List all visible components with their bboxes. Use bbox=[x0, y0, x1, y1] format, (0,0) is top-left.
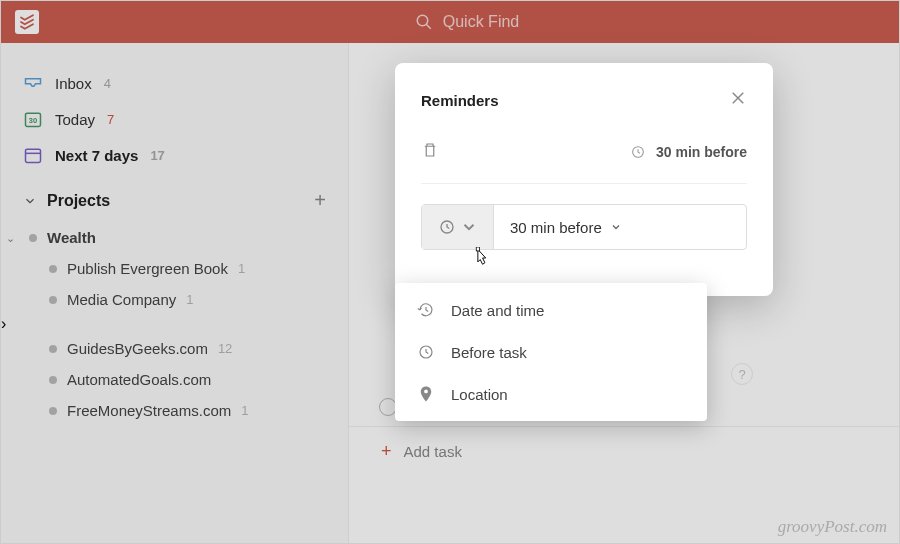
reminder-type-dropdown: Date and time Before task Location bbox=[395, 283, 707, 421]
nav-count: 17 bbox=[150, 148, 164, 163]
nav-next7[interactable]: Next 7 days 17 bbox=[1, 137, 348, 173]
inbox-icon bbox=[23, 73, 43, 93]
project-dot-icon bbox=[49, 265, 57, 273]
project-label: GuidesByGeeks.com bbox=[67, 340, 208, 357]
project-count: 1 bbox=[186, 292, 193, 307]
project-item[interactable]: AutomatedGoals.com bbox=[1, 364, 348, 395]
projects-label: Projects bbox=[47, 192, 110, 210]
chevron-right-icon[interactable]: › bbox=[1, 315, 6, 332]
project-item[interactable]: Publish Evergreen Book 1 bbox=[1, 253, 348, 284]
svg-line-1 bbox=[426, 24, 431, 29]
reminder-picker[interactable]: 30 min before bbox=[421, 204, 747, 250]
reminder-time-select[interactable]: 30 min before bbox=[494, 219, 746, 236]
reminders-modal: Reminders 30 min before 30 min before ? bbox=[395, 63, 773, 296]
help-icon: ? bbox=[738, 367, 745, 382]
calendar-icon bbox=[23, 145, 43, 165]
project-count: 1 bbox=[241, 403, 248, 418]
nav-count: 7 bbox=[107, 112, 114, 127]
svg-rect-4 bbox=[26, 149, 41, 162]
dropdown-label: Date and time bbox=[451, 302, 544, 319]
add-project-button[interactable]: + bbox=[314, 189, 326, 212]
mouse-cursor bbox=[471, 247, 491, 273]
clock-icon bbox=[417, 343, 435, 361]
search-placeholder: Quick Find bbox=[443, 13, 519, 31]
dropdown-date-time[interactable]: Date and time bbox=[395, 289, 707, 331]
nav-inbox[interactable]: Inbox 4 bbox=[1, 65, 348, 101]
nav-label: Today bbox=[55, 111, 95, 128]
reminder-type-toggle[interactable] bbox=[422, 205, 494, 249]
quick-find[interactable]: Quick Find bbox=[49, 13, 885, 31]
project-dot-icon bbox=[29, 234, 37, 242]
dropdown-before-task[interactable]: Before task bbox=[395, 331, 707, 373]
project-dot-icon bbox=[49, 345, 57, 353]
svg-text:30: 30 bbox=[29, 116, 37, 125]
chevron-down-icon bbox=[610, 221, 622, 233]
clock-icon bbox=[630, 144, 646, 160]
svg-rect-11 bbox=[476, 247, 479, 251]
today-icon: 30 bbox=[23, 109, 43, 129]
existing-reminder-row: 30 min before bbox=[421, 135, 747, 184]
project-label: FreeMoneyStreams.com bbox=[67, 402, 231, 419]
app-logo bbox=[15, 10, 39, 34]
dropdown-location[interactable]: Location bbox=[395, 373, 707, 415]
help-button[interactable]: ? bbox=[731, 363, 753, 385]
project-wealth[interactable]: Wealth bbox=[1, 222, 348, 253]
trash-icon bbox=[421, 141, 439, 159]
picker-value: 30 min before bbox=[510, 219, 602, 236]
project-dot-icon bbox=[49, 376, 57, 384]
project-dot-icon bbox=[49, 407, 57, 415]
project-item[interactable]: FreeMoneyStreams.com 1 bbox=[1, 395, 348, 426]
chevron-down-icon[interactable]: ⌄ bbox=[6, 232, 15, 245]
search-icon bbox=[415, 13, 433, 31]
project-count: 1 bbox=[238, 261, 245, 276]
svg-point-0 bbox=[417, 15, 428, 26]
close-icon bbox=[729, 89, 747, 107]
project-count: 12 bbox=[218, 341, 232, 356]
modal-title: Reminders bbox=[421, 92, 499, 109]
chevron-down-icon bbox=[460, 218, 478, 236]
project-label: Publish Evergreen Book bbox=[67, 260, 228, 277]
dropdown-label: Location bbox=[451, 386, 508, 403]
clock-icon bbox=[438, 218, 456, 236]
nav-today[interactable]: 30 Today 7 bbox=[1, 101, 348, 137]
add-task-button[interactable]: + Add task bbox=[349, 427, 899, 462]
reminder-value: 30 min before bbox=[656, 144, 747, 160]
delete-reminder-button[interactable] bbox=[421, 141, 439, 163]
history-icon bbox=[417, 301, 435, 319]
nav-label: Next 7 days bbox=[55, 147, 138, 164]
add-task-label: Add task bbox=[404, 443, 462, 460]
project-dot-icon bbox=[49, 296, 57, 304]
project-label: AutomatedGoals.com bbox=[67, 371, 211, 388]
close-button[interactable] bbox=[729, 89, 747, 111]
project-label: Wealth bbox=[47, 229, 96, 246]
plus-icon: + bbox=[381, 441, 392, 462]
location-icon bbox=[417, 385, 435, 403]
chevron-down-icon bbox=[23, 194, 37, 208]
project-label: Media Company bbox=[67, 291, 176, 308]
attribution: groovyPost.com bbox=[778, 517, 887, 537]
projects-header[interactable]: Projects + bbox=[1, 173, 348, 222]
project-item[interactable]: Media Company 1 bbox=[1, 284, 348, 315]
dropdown-label: Before task bbox=[451, 344, 527, 361]
nav-count: 4 bbox=[104, 76, 111, 91]
project-item[interactable]: GuidesByGeeks.com 12 bbox=[1, 333, 348, 364]
sidebar: Inbox 4 30 Today 7 Next 7 days 17 Projec… bbox=[1, 43, 349, 543]
top-bar: Quick Find bbox=[1, 1, 899, 43]
nav-label: Inbox bbox=[55, 75, 92, 92]
